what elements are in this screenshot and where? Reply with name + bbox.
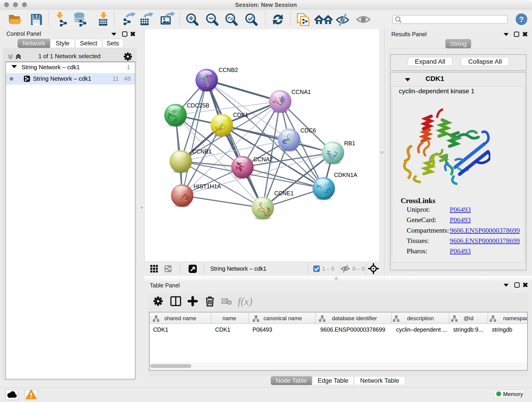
svg-text:HIST1H1A: HIST1H1A (194, 183, 221, 190)
svg-text:CDC6: CDC6 (300, 127, 316, 134)
svg-text:P06493: P06493 (253, 326, 272, 333)
svg-text:CCNB2: CCNB2 (219, 67, 238, 73)
svg-text:canonical name: canonical name (264, 315, 302, 321)
svg-text:f(x): f(x) (238, 295, 253, 307)
svg-text:@id: @id (463, 315, 473, 321)
svg-text:CCNA1: CCNA1 (291, 89, 311, 95)
svg-text:?: ? (519, 15, 524, 24)
svg-text:CDK1: CDK1 (153, 326, 168, 333)
svg-text:shared name: shared name (164, 315, 196, 321)
svg-text:CDK1: CDK1 (215, 326, 230, 333)
svg-text:CCNA2: CCNA2 (253, 156, 273, 162)
svg-text:database identifier: database identifier (332, 315, 377, 321)
svg-text:0 – 0: 0 – 0 (352, 266, 365, 272)
svg-text:CDK1: CDK1 (233, 112, 248, 118)
svg-text:CCNE1: CCNE1 (274, 190, 294, 196)
svg-text:1 – 0: 1 – 0 (322, 266, 334, 272)
svg-text:namespace: namespace (503, 315, 527, 321)
svg-text:9606.ENSP00000378699: 9606.ENSP00000378699 (320, 326, 385, 333)
svg-text:name: name (222, 315, 236, 321)
svg-text:description: description (407, 315, 434, 321)
svg-text:cyclin–dependent ...: cyclin–dependent ... (396, 326, 447, 333)
svg-text:CCNB1: CCNB1 (192, 148, 212, 155)
svg-text:CDC25B: CDC25B (187, 102, 209, 109)
svg-text:stringdb:9...: stringdb:9... (453, 326, 483, 333)
svg-text:stringdb: stringdb (492, 326, 512, 333)
svg-text:RB1: RB1 (344, 140, 355, 147)
svg-text:CDKN1A: CDKN1A (334, 172, 357, 178)
